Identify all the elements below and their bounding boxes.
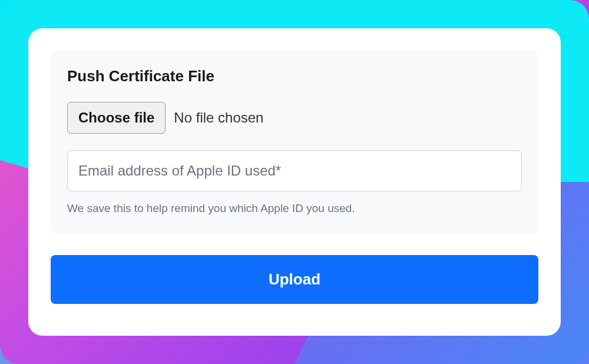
email-helper-text: We save this to help remind you which Ap… [67, 202, 522, 215]
upload-button[interactable]: Upload [51, 255, 538, 304]
upload-card: Push Certificate File Choose file No fil… [28, 28, 561, 336]
apple-id-email-input[interactable] [67, 150, 522, 191]
push-certificate-section: Push Certificate File Choose file No fil… [51, 51, 538, 234]
section-title: Push Certificate File [67, 67, 522, 85]
file-picker-row: Choose file No file chosen [67, 102, 522, 134]
choose-file-button[interactable]: Choose file [67, 102, 166, 134]
file-status-text: No file chosen [174, 110, 263, 126]
